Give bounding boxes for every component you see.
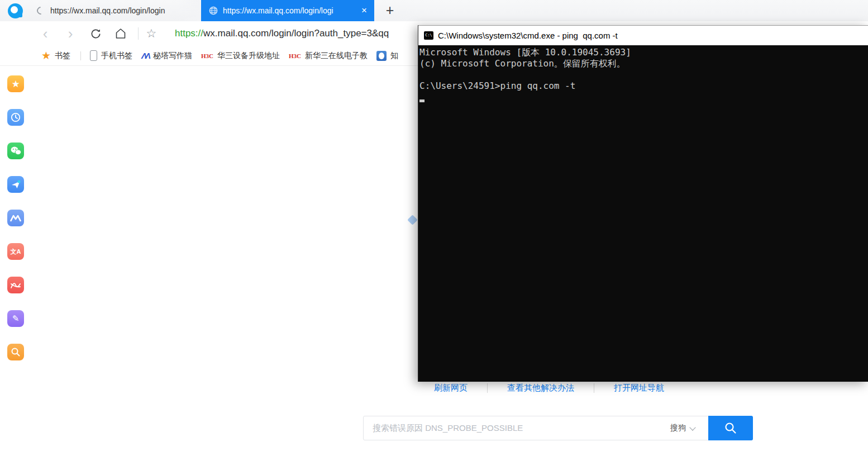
- search-engine-selector[interactable]: 搜狗: [670, 423, 686, 433]
- phone-icon: [90, 50, 97, 61]
- bookmark-h3c-upgrade[interactable]: H3C 华三设备升级地址: [201, 51, 280, 61]
- bookmark-root[interactable]: ★ 书签: [41, 49, 70, 62]
- error-search-box[interactable]: 搜索错误原因 DNS_PROBE_POSSIBLE 搜狗: [363, 416, 753, 440]
- search-input[interactable]: 搜索错误原因 DNS_PROBE_POSSIBLE: [373, 423, 670, 434]
- dock-send-to-phone-icon[interactable]: [7, 176, 24, 193]
- cmd-titlebar[interactable]: C:\ C:\Windows\system32\cmd.exe - ping q…: [418, 25, 868, 45]
- refresh-page-link[interactable]: 刷新网页: [414, 383, 487, 393]
- bookmark-phone[interactable]: 手机书签: [90, 50, 132, 61]
- zhihu-icon: [376, 51, 387, 61]
- loading-spinner-icon: [35, 5, 46, 16]
- metaso-icon: ΛΛ: [141, 51, 149, 60]
- other-solutions-link[interactable]: 查看其他解决办法: [488, 383, 594, 393]
- chevron-down-icon[interactable]: [689, 424, 695, 430]
- cmd-icon: C:\: [424, 31, 433, 40]
- terminal-line: [419, 69, 868, 80]
- dock-mountain-icon[interactable]: [7, 210, 24, 226]
- bookmark-metaso[interactable]: ΛΛ 秘塔写作猫: [141, 51, 192, 61]
- url-text: wx.mail.qq.com/login/login?auth_type=3&q…: [203, 28, 389, 39]
- dock-history-icon[interactable]: [7, 109, 24, 126]
- terminal-line: C:\Users\24591>ping qq.com -t: [419, 80, 868, 92]
- bookmark-h3c-elearning[interactable]: H3C 新华三在线电子教: [289, 51, 368, 61]
- dock-search-icon[interactable]: [7, 344, 24, 360]
- forward-icon[interactable]: ›: [63, 21, 78, 46]
- search-icon: [723, 421, 738, 435]
- star-icon: ★: [41, 49, 51, 62]
- terminal-line: (c) Microsoft Corporation。保留所有权利。: [419, 58, 868, 69]
- dock-notes-icon[interactable]: ✎: [7, 310, 24, 327]
- dock-pdf-icon[interactable]: [7, 277, 24, 293]
- search-button[interactable]: [708, 416, 753, 440]
- favorite-star-icon[interactable]: ☆: [144, 21, 159, 46]
- address-bar[interactable]: https://wx.mail.qq.com/login/login?auth_…: [175, 21, 389, 46]
- home-icon[interactable]: [113, 21, 128, 46]
- bookmarks-divider: [80, 51, 81, 60]
- new-tab-button[interactable]: +: [380, 0, 400, 21]
- toolbar-divider: [138, 27, 139, 40]
- terminal-line: Microsoft Windows [版本 10.0.19045.3693]: [419, 47, 868, 58]
- url-protocol: https://: [175, 28, 203, 39]
- qq-browser-logo[interactable]: [8, 3, 23, 18]
- error-illustration-fragment: [407, 215, 417, 225]
- error-action-links: 刷新网页 查看其他解决办法 打开网址导航: [414, 382, 684, 394]
- cmd-window-title: C:\Windows\system32\cmd.exe - ping qq.co…: [438, 31, 618, 40]
- open-site-nav-link[interactable]: 打开网址导航: [594, 383, 684, 393]
- globe-icon: [209, 6, 218, 15]
- cmd-window[interactable]: C:\ C:\Windows\system32\cmd.exe - ping q…: [418, 25, 868, 382]
- h3c-icon: H3C: [289, 53, 301, 59]
- dock-favorites-icon[interactable]: ★: [7, 75, 24, 92]
- tab-close-icon[interactable]: ×: [359, 0, 370, 21]
- tab-inactive[interactable]: https://wx.mail.qq.com/login/login: [29, 0, 200, 21]
- dock-wechat-icon[interactable]: [7, 143, 24, 159]
- tab-active[interactable]: https://wx.mail.qq.com/login/logi ×: [201, 0, 374, 21]
- reload-icon[interactable]: [88, 21, 103, 46]
- terminal-cursor: [419, 99, 425, 102]
- tab-bar: https://wx.mail.qq.com/login/login https…: [0, 0, 868, 21]
- terminal[interactable]: Microsoft Windows [版本 10.0.19045.3693] (…: [418, 45, 868, 382]
- back-icon[interactable]: ‹: [38, 21, 53, 46]
- h3c-icon: H3C: [201, 53, 213, 59]
- dock-translate-icon[interactable]: 文A: [7, 243, 24, 260]
- bookmark-zhihu[interactable]: 知: [376, 51, 398, 61]
